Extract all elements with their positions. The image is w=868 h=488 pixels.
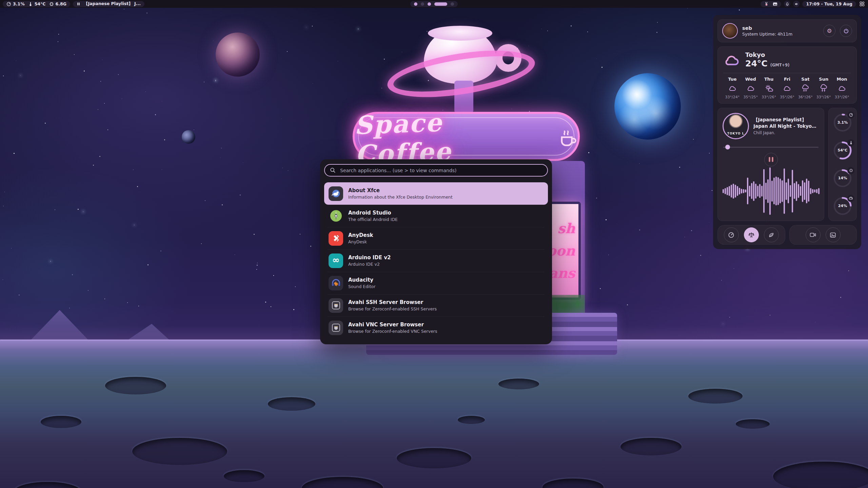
waveform-bar <box>737 186 738 196</box>
app-title: Avahi SSH Server Browser <box>348 299 437 305</box>
workspace-dot-occupied[interactable] <box>414 2 417 6</box>
overview-grid-icon[interactable] <box>859 1 865 6</box>
tray-app-icon[interactable] <box>764 2 769 6</box>
control-panel: seb System Uptime: 4h11m ⚙ Tokyo 24°C (G… <box>713 15 861 249</box>
power-button[interactable] <box>840 25 852 37</box>
small-moon <box>182 130 195 144</box>
waveform-bar <box>790 185 791 197</box>
settings-button[interactable]: ⚙ <box>823 25 835 37</box>
app-title: Audacity <box>348 277 375 283</box>
waveform-bar <box>773 178 775 204</box>
waveform-bar <box>753 181 754 201</box>
chip-icon <box>847 167 854 174</box>
waveform-bar <box>810 188 811 194</box>
media-pill[interactable]: 【Japanese Playlist】 J... <box>73 1 144 7</box>
tray-screenshot-icon[interactable] <box>773 2 777 6</box>
audacity-icon <box>329 276 343 290</box>
chip-icon <box>49 2 54 6</box>
track-artist: Chill Japan. <box>753 130 819 135</box>
pause-button[interactable] <box>764 153 778 166</box>
gauge-54C: 54°C <box>833 141 852 160</box>
moon-crater <box>132 438 227 465</box>
user-card: seb System Uptime: 4h11m ⚙ <box>717 19 857 42</box>
moon-crater <box>773 462 868 488</box>
power-saver-profile-button[interactable] <box>764 227 779 242</box>
waveform-bar <box>759 184 761 198</box>
waveform-bar <box>767 179 769 203</box>
waveform-bar <box>745 189 746 192</box>
app-row-avahi-ssh[interactable]: Avahi SSH Server Browser Browse for Zero… <box>324 294 548 317</box>
forecast-day-sun: Sun33°/26° <box>814 77 833 99</box>
screen-record-button[interactable] <box>806 227 821 242</box>
workspace-dot-empty[interactable] <box>421 2 424 6</box>
app-row-arduino[interactable]: ∞ Arduino IDE v2 Arduino IDE v2 <box>324 249 548 272</box>
forecast-day-wed: Wed35°/25° <box>742 77 760 99</box>
weather-cloudy-icon <box>833 83 851 94</box>
workspace-dot-active[interactable] <box>434 2 447 6</box>
gauge-24: 24% <box>833 196 852 216</box>
forecast-temps: 35°/26° <box>778 95 796 99</box>
music-player-card: TOKYO L 【Japanese Playlist】 Japan All Ni… <box>717 108 824 221</box>
waveform-bar <box>806 179 807 203</box>
workspace-dot-occupied[interactable] <box>428 2 431 6</box>
waveform-bar <box>757 186 758 197</box>
video-camera-icon <box>810 232 816 238</box>
app-row-avahi-vnc[interactable]: Avahi VNC Server Browser Browse for Zero… <box>324 317 548 339</box>
app-title: Android Studio <box>348 210 398 216</box>
system-tray <box>761 1 781 7</box>
app-row-anydesk[interactable]: AnyDesk AnyDesk <box>324 227 548 249</box>
screenshot-button[interactable] <box>826 227 841 242</box>
weather-cloudy-icon <box>742 83 760 94</box>
waveform-bar <box>729 186 730 196</box>
moon-crater <box>736 419 770 429</box>
forecast-temps: 33°/26° <box>814 95 833 99</box>
memory-value: 6.8G <box>56 1 66 6</box>
waveform-bar <box>796 181 797 201</box>
performance-profile-button[interactable] <box>724 227 739 242</box>
balanced-profile-button[interactable] <box>744 227 759 242</box>
waveform-bar <box>733 184 734 199</box>
app-subtitle: Information about the Xfce Desktop Envir… <box>348 195 453 200</box>
notifications-button[interactable] <box>784 1 790 7</box>
progress-thumb[interactable] <box>725 145 730 149</box>
app-subtitle: Sound Editor <box>348 284 375 289</box>
moon-crater <box>458 416 485 424</box>
moon-crater <box>688 389 743 404</box>
search-bar[interactable] <box>324 164 548 177</box>
app-subtitle: Browse for Zeroconf-enabled VNC Servers <box>348 329 437 334</box>
workspace-indicator[interactable] <box>410 1 458 7</box>
app-row-android-studio[interactable]: Android Studio The official Android IDE <box>324 205 548 227</box>
moon-crater <box>620 438 682 455</box>
waveform-bar <box>741 189 742 194</box>
system-uptime: System Uptime: 4h11m <box>742 32 819 37</box>
waveform-bar <box>731 185 732 198</box>
waveform-bar <box>814 189 815 192</box>
app-title: About Xfce <box>348 187 453 194</box>
gauge-3.1: 3.1% <box>833 113 852 133</box>
window-neon-text: ans <box>549 266 575 280</box>
waveform-bar <box>763 169 765 213</box>
app-row-about-xfce[interactable]: About Xfce Information about the Xfce De… <box>324 182 548 205</box>
clock[interactable]: 17:09 - Tue, 19 Aug <box>802 1 856 7</box>
waveform-bar <box>812 189 813 193</box>
volume-button[interactable] <box>793 1 800 7</box>
gauge-14: 14% <box>833 168 852 188</box>
waveform-bar <box>777 177 779 205</box>
anydesk-icon <box>329 231 343 246</box>
search-input[interactable] <box>339 167 542 174</box>
waveform-bar <box>788 179 789 203</box>
forecast-day-label: Fri <box>778 77 796 82</box>
user-name: seb <box>742 25 819 31</box>
waveform-bar <box>800 186 801 196</box>
workspace-dot-empty[interactable] <box>451 2 454 6</box>
avatar <box>722 23 738 39</box>
app-row-audacity[interactable]: Audacity Sound Editor <box>324 272 548 294</box>
track-progress-slider[interactable] <box>723 145 818 149</box>
neon-sign: Space Coffee <box>353 112 580 161</box>
waveform-bar <box>765 183 767 200</box>
moon-crater <box>14 482 81 488</box>
album-art-text: TOKYO L <box>724 132 748 135</box>
capture-controls <box>789 225 857 245</box>
waveform-bar <box>792 170 793 212</box>
waveform-bar <box>749 186 750 197</box>
